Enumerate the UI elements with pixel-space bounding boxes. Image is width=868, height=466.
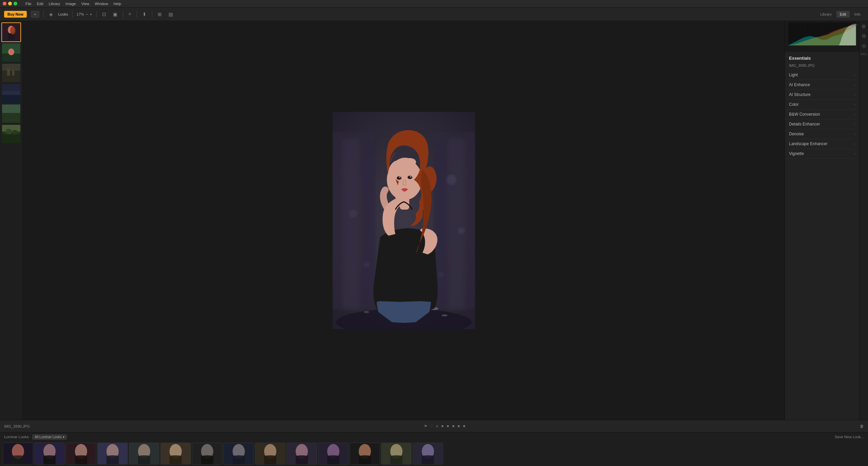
panel-item-bw-label: B&W Conversion [789,112,820,117]
canvas-area [23,21,785,420]
look-thumb-10[interactable] [287,443,317,465]
look-thumb-1[interactable] [3,443,33,465]
look-thumb-5[interactable] [129,443,159,465]
menu-help[interactable]: Help [114,2,121,6]
toolbar-separator-6 [152,11,152,18]
look-thumb-7[interactable] [192,443,222,465]
panel-item-bw-conversion[interactable]: B&W Conversion › [785,110,859,119]
menu-window[interactable]: Window [95,2,108,6]
filmstrip-thumb-5[interactable] [1,104,21,123]
pro-icon[interactable]: PRO [861,53,867,56]
zoom-plus-button[interactable]: + [90,12,92,17]
tab-edit[interactable]: Edit [836,11,850,18]
crop-icon[interactable]: ⌗ [127,11,133,18]
maximize-window-btn[interactable] [14,2,17,5]
grid-icon[interactable]: ⊞ [156,11,163,18]
panel-section-title: Essentials [785,54,859,63]
star-2[interactable]: ★ [446,424,450,428]
reject-button[interactable]: ✕ [435,424,439,429]
look-thumb-11[interactable] [318,443,349,465]
chevron-right-icon-5: › [854,113,855,116]
panel-item-ai-structure-label: AI Structure [789,92,810,97]
menu-bar: File Edit Library Image View Window Help [0,0,868,7]
settings-icon[interactable]: ⚙ [862,24,866,29]
star-3[interactable]: ★ [452,424,455,428]
panel-item-landscape-enhancer[interactable]: Landscape Enhancer › [785,139,859,149]
panel-item-light-label: Light [789,73,798,77]
chevron-right-icon-2: › [854,83,855,87]
filmstrip-thumb-2[interactable] [1,43,21,62]
svg-rect-8 [2,71,20,82]
looks-strip: Luminar Looks: All Luminar Looks ▾ Save … [0,432,868,466]
chevron-right-icon-7: › [854,132,855,136]
panel-item-ai-enhance[interactable]: AI Enhance › [785,80,859,90]
view-compare-icon[interactable]: ▣ [112,11,119,18]
svg-rect-28 [333,132,373,309]
filmstrip-thumb-4[interactable] [1,83,21,103]
look-thumb-4[interactable] [97,443,128,465]
tab-library[interactable]: Library [817,11,835,18]
layout-icon[interactable]: ▤ [167,11,174,18]
save-new-look-button[interactable]: Save New Look... [835,435,864,439]
histogram-clip-shadows-icon[interactable]: ◁ [851,22,854,27]
panel-item-color-label: Color [789,102,799,107]
look-thumb-9[interactable] [255,443,285,465]
menu-image[interactable]: Image [65,2,76,6]
panel-item-details-label: Details Enhancer [789,122,820,127]
delete-button[interactable]: 🗑 [860,424,864,429]
filmstrip-thumb-6[interactable] [1,124,21,144]
view-single-icon[interactable]: ⊡ [101,11,107,18]
look-thumb-12[interactable] [350,443,380,465]
chevron-right-icon-6: › [854,122,855,126]
menu-edit[interactable]: Edit [37,2,43,6]
svg-point-3 [10,26,16,35]
menu-file[interactable]: File [25,2,32,6]
tab-group: Library Edit Info [817,11,864,18]
look-thumb-13[interactable] [381,443,412,465]
filmstrip-thumb-1[interactable] [1,22,21,42]
flag-button[interactable]: ⚑ [424,424,428,429]
look-thumb-8[interactable] [223,443,254,465]
svg-point-6 [8,48,14,55]
look-thumb-3[interactable] [66,443,96,465]
look-thumb-6[interactable] [160,443,191,465]
window-controls [3,2,17,5]
mask-icon[interactable]: ◎ [862,43,866,48]
svg-point-45 [404,158,416,166]
looks-filter-button[interactable]: All Luminar Looks ▾ [32,434,66,440]
add-button[interactable]: + [31,11,39,18]
panel-item-ai-structure[interactable]: AI Structure › [785,90,859,100]
zoom-minus-button[interactable]: − [85,12,88,17]
chevron-right-icon-3: › [854,93,855,97]
panel-item-light[interactable]: Light › [785,70,859,80]
export-icon[interactable]: ⬆ [141,11,148,18]
looks-filter-label: All Luminar Looks [35,435,61,439]
panel-item-color[interactable]: Color › [785,100,859,110]
close-window-btn[interactable] [3,2,6,5]
svg-rect-21 [2,134,20,143]
favorite-button[interactable]: ♡ [430,424,433,429]
panel-item-landscape-label: Landscape Enhancer [789,141,827,146]
menu-library[interactable]: Library [49,2,60,6]
panel-item-denoise[interactable]: Denoise › [785,129,859,139]
filmstrip-thumb-3[interactable] [1,63,21,83]
main-image [333,112,475,329]
minimize-window-btn[interactable] [8,2,12,5]
star-1[interactable]: ★ [441,424,444,428]
menu-view[interactable]: View [81,2,90,6]
panel-filename: IMG_3990.JPG [785,63,859,70]
panel-item-details-enhancer[interactable]: Details Enhancer › [785,119,859,129]
svg-point-38 [364,311,369,313]
star-4[interactable]: ★ [457,424,460,428]
layers-icon[interactable]: ⧉ [862,33,866,39]
histogram-clip-highlights-icon[interactable]: ▷ [855,22,858,27]
panel-item-ai-enhance-label: AI Enhance [789,82,810,87]
zoom-control: 17% − + [77,12,92,17]
look-thumb-14[interactable] [413,443,443,465]
panel-item-vignette[interactable]: Vignette › [785,149,859,159]
panel-body: Essentials IMG_3990.JPG Light › AI Enhan… [785,52,859,420]
star-5[interactable]: ★ [462,424,466,428]
buy-now-button[interactable]: Buy Now [4,11,27,18]
tab-info[interactable]: Info [851,11,864,18]
look-thumb-2[interactable] [34,443,65,465]
